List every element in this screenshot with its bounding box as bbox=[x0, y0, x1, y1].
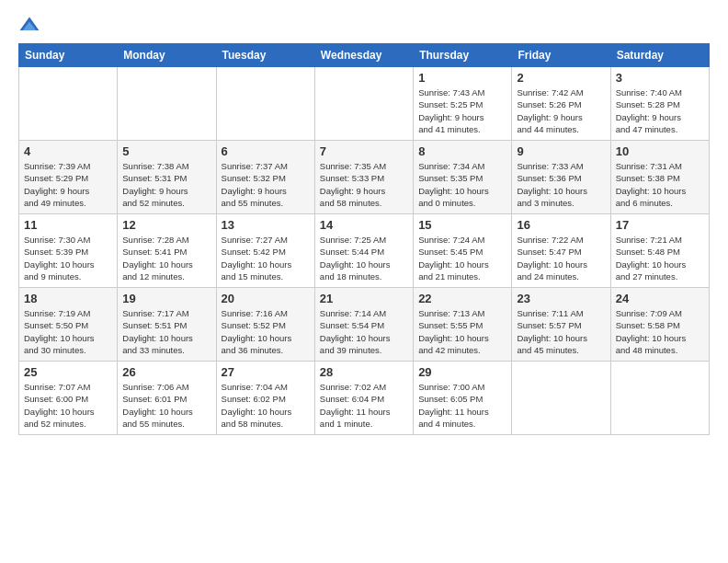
day-cell: 7Sunrise: 7:35 AM Sunset: 5:33 PM Daylig… bbox=[314, 141, 413, 214]
day-cell bbox=[610, 362, 709, 435]
day-cell bbox=[118, 67, 216, 141]
header-cell-saturday: Saturday bbox=[610, 44, 709, 67]
day-info: Sunrise: 7:39 AM Sunset: 5:29 PM Dayligh… bbox=[24, 160, 112, 209]
day-info: Sunrise: 7:42 AM Sunset: 5:26 PM Dayligh… bbox=[517, 86, 605, 135]
day-info: Sunrise: 7:38 AM Sunset: 5:31 PM Dayligh… bbox=[122, 160, 210, 209]
day-number: 9 bbox=[517, 144, 605, 158]
day-info: Sunrise: 7:21 AM Sunset: 5:48 PM Dayligh… bbox=[616, 234, 704, 282]
day-number: 4 bbox=[24, 144, 112, 158]
day-cell: 26Sunrise: 7:06 AM Sunset: 6:01 PM Dayli… bbox=[118, 362, 216, 435]
day-info: Sunrise: 7:40 AM Sunset: 5:28 PM Dayligh… bbox=[616, 86, 704, 135]
day-info: Sunrise: 7:28 AM Sunset: 5:41 PM Dayligh… bbox=[122, 234, 210, 282]
day-number: 1 bbox=[418, 71, 506, 85]
day-cell: 15Sunrise: 7:24 AM Sunset: 5:45 PM Dayli… bbox=[414, 214, 512, 288]
day-cell: 12Sunrise: 7:28 AM Sunset: 5:41 PM Dayli… bbox=[118, 214, 216, 288]
day-number: 10 bbox=[616, 144, 704, 158]
day-cell: 2Sunrise: 7:42 AM Sunset: 5:26 PM Daylig… bbox=[512, 67, 610, 141]
day-cell: 1Sunrise: 7:43 AM Sunset: 5:25 PM Daylig… bbox=[414, 67, 512, 141]
day-number: 16 bbox=[517, 218, 605, 232]
day-info: Sunrise: 7:06 AM Sunset: 6:01 PM Dayligh… bbox=[122, 381, 210, 430]
header-row: SundayMondayTuesdayWednesdayThursdayFrid… bbox=[19, 44, 710, 67]
week-row-2: 4Sunrise: 7:39 AM Sunset: 5:29 PM Daylig… bbox=[19, 141, 710, 214]
day-info: Sunrise: 7:22 AM Sunset: 5:47 PM Dayligh… bbox=[517, 234, 605, 282]
day-number: 17 bbox=[616, 218, 704, 232]
day-cell bbox=[216, 67, 314, 141]
day-info: Sunrise: 7:19 AM Sunset: 5:50 PM Dayligh… bbox=[24, 307, 112, 356]
day-info: Sunrise: 7:27 AM Sunset: 5:42 PM Dayligh… bbox=[222, 234, 310, 282]
header-area bbox=[18, 15, 710, 34]
week-row-4: 18Sunrise: 7:19 AM Sunset: 5:50 PM Dayli… bbox=[19, 288, 710, 362]
day-number: 25 bbox=[24, 365, 112, 379]
day-info: Sunrise: 7:09 AM Sunset: 5:58 PM Dayligh… bbox=[616, 307, 704, 356]
day-cell: 29Sunrise: 7:00 AM Sunset: 6:05 PM Dayli… bbox=[414, 362, 512, 435]
day-cell: 9Sunrise: 7:33 AM Sunset: 5:36 PM Daylig… bbox=[512, 141, 610, 214]
day-number: 23 bbox=[517, 292, 605, 305]
day-info: Sunrise: 7:14 AM Sunset: 5:54 PM Dayligh… bbox=[320, 307, 408, 356]
day-cell: 16Sunrise: 7:22 AM Sunset: 5:47 PM Dayli… bbox=[512, 214, 610, 288]
day-cell: 19Sunrise: 7:17 AM Sunset: 5:51 PM Dayli… bbox=[118, 288, 216, 362]
day-number: 24 bbox=[616, 292, 704, 305]
week-row-3: 11Sunrise: 7:30 AM Sunset: 5:39 PM Dayli… bbox=[19, 214, 710, 288]
day-number: 26 bbox=[122, 365, 210, 379]
day-info: Sunrise: 7:37 AM Sunset: 5:32 PM Dayligh… bbox=[222, 160, 310, 209]
day-number: 22 bbox=[418, 292, 506, 305]
day-cell: 14Sunrise: 7:25 AM Sunset: 5:44 PM Dayli… bbox=[314, 214, 413, 288]
day-cell: 22Sunrise: 7:13 AM Sunset: 5:55 PM Dayli… bbox=[414, 288, 512, 362]
header-cell-tuesday: Tuesday bbox=[216, 44, 314, 67]
day-cell: 17Sunrise: 7:21 AM Sunset: 5:48 PM Dayli… bbox=[610, 214, 709, 288]
day-cell: 23Sunrise: 7:11 AM Sunset: 5:57 PM Dayli… bbox=[512, 288, 610, 362]
day-number: 6 bbox=[222, 144, 310, 158]
day-info: Sunrise: 7:16 AM Sunset: 5:52 PM Dayligh… bbox=[222, 307, 310, 356]
day-cell bbox=[512, 362, 610, 435]
day-number: 27 bbox=[222, 365, 310, 379]
day-info: Sunrise: 7:11 AM Sunset: 5:57 PM Dayligh… bbox=[517, 307, 605, 356]
day-cell: 24Sunrise: 7:09 AM Sunset: 5:58 PM Dayli… bbox=[610, 288, 709, 362]
logo bbox=[18, 15, 44, 34]
day-info: Sunrise: 7:30 AM Sunset: 5:39 PM Dayligh… bbox=[24, 234, 112, 282]
day-number: 12 bbox=[122, 218, 210, 232]
day-info: Sunrise: 7:24 AM Sunset: 5:45 PM Dayligh… bbox=[418, 234, 506, 282]
day-info: Sunrise: 7:02 AM Sunset: 6:04 PM Dayligh… bbox=[320, 381, 408, 430]
day-number: 28 bbox=[320, 365, 408, 379]
day-cell bbox=[314, 67, 413, 141]
day-number: 7 bbox=[320, 144, 408, 158]
day-cell: 13Sunrise: 7:27 AM Sunset: 5:42 PM Dayli… bbox=[216, 214, 314, 288]
day-cell: 11Sunrise: 7:30 AM Sunset: 5:39 PM Dayli… bbox=[19, 214, 118, 288]
header-cell-monday: Monday bbox=[118, 44, 216, 67]
day-info: Sunrise: 7:04 AM Sunset: 6:02 PM Dayligh… bbox=[222, 381, 310, 430]
day-info: Sunrise: 7:07 AM Sunset: 6:00 PM Dayligh… bbox=[24, 381, 112, 430]
week-row-1: 1Sunrise: 7:43 AM Sunset: 5:25 PM Daylig… bbox=[19, 67, 710, 141]
day-info: Sunrise: 7:25 AM Sunset: 5:44 PM Dayligh… bbox=[320, 234, 408, 282]
day-cell: 4Sunrise: 7:39 AM Sunset: 5:29 PM Daylig… bbox=[19, 141, 118, 214]
day-number: 2 bbox=[517, 71, 605, 85]
day-cell bbox=[19, 67, 118, 141]
day-info: Sunrise: 7:13 AM Sunset: 5:55 PM Dayligh… bbox=[418, 307, 506, 356]
day-cell: 8Sunrise: 7:34 AM Sunset: 5:35 PM Daylig… bbox=[414, 141, 512, 214]
header-cell-friday: Friday bbox=[512, 44, 610, 67]
header-cell-wednesday: Wednesday bbox=[314, 44, 413, 67]
day-number: 20 bbox=[222, 292, 310, 305]
day-number: 19 bbox=[122, 292, 210, 305]
logo-icon bbox=[18, 16, 40, 34]
day-info: Sunrise: 7:31 AM Sunset: 5:38 PM Dayligh… bbox=[616, 160, 704, 209]
day-cell: 18Sunrise: 7:19 AM Sunset: 5:50 PM Dayli… bbox=[19, 288, 118, 362]
day-number: 15 bbox=[418, 218, 506, 232]
day-number: 13 bbox=[222, 218, 310, 232]
day-number: 8 bbox=[418, 144, 506, 158]
day-cell: 27Sunrise: 7:04 AM Sunset: 6:02 PM Dayli… bbox=[216, 362, 314, 435]
day-info: Sunrise: 7:17 AM Sunset: 5:51 PM Dayligh… bbox=[122, 307, 210, 356]
day-cell: 21Sunrise: 7:14 AM Sunset: 5:54 PM Dayli… bbox=[314, 288, 413, 362]
day-cell: 20Sunrise: 7:16 AM Sunset: 5:52 PM Dayli… bbox=[216, 288, 314, 362]
day-cell: 10Sunrise: 7:31 AM Sunset: 5:38 PM Dayli… bbox=[610, 141, 709, 214]
day-cell: 3Sunrise: 7:40 AM Sunset: 5:28 PM Daylig… bbox=[610, 67, 709, 141]
day-info: Sunrise: 7:34 AM Sunset: 5:35 PM Dayligh… bbox=[418, 160, 506, 209]
day-info: Sunrise: 7:33 AM Sunset: 5:36 PM Dayligh… bbox=[517, 160, 605, 209]
day-number: 14 bbox=[320, 218, 408, 232]
day-number: 11 bbox=[24, 218, 112, 232]
day-info: Sunrise: 7:35 AM Sunset: 5:33 PM Dayligh… bbox=[320, 160, 408, 209]
day-number: 21 bbox=[320, 292, 408, 305]
day-cell: 28Sunrise: 7:02 AM Sunset: 6:04 PM Dayli… bbox=[314, 362, 413, 435]
day-number: 5 bbox=[122, 144, 210, 158]
week-row-5: 25Sunrise: 7:07 AM Sunset: 6:00 PM Dayli… bbox=[19, 362, 710, 435]
day-cell: 5Sunrise: 7:38 AM Sunset: 5:31 PM Daylig… bbox=[118, 141, 216, 214]
